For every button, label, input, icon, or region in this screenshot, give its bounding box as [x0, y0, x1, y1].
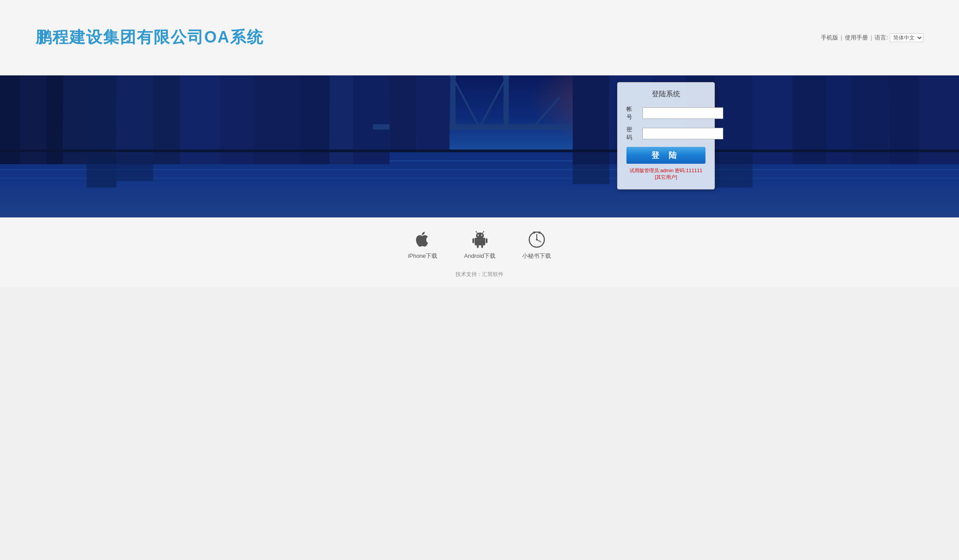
separator2: |	[871, 34, 872, 41]
svg-rect-7	[47, 75, 63, 164]
svg-rect-12	[117, 75, 154, 164]
svg-rect-79	[477, 245, 479, 248]
svg-point-28	[503, 75, 510, 80]
separator1: |	[841, 34, 842, 41]
svg-point-84	[536, 239, 538, 241]
svg-point-72	[476, 233, 484, 239]
svg-rect-40	[753, 75, 793, 164]
secretary-icon	[527, 230, 547, 249]
svg-rect-80	[481, 245, 483, 248]
mobile-link[interactable]: 手机版	[821, 34, 838, 42]
svg-rect-22	[373, 124, 586, 130]
language-select[interactable]: 简体中文 English	[890, 33, 923, 42]
hero-banner: 登陆系统 帐 号 密 码 登 陆 试用版管理员:admin 密码:111111 …	[0, 75, 959, 217]
svg-point-27	[450, 75, 456, 80]
login-title: 登陆系统	[626, 90, 705, 99]
demo-hint-text: 试用版管理员:admin 密码:111111	[630, 168, 702, 173]
login-panel: 登陆系统 帐 号 密 码 登 陆 试用版管理员:admin 密码:111111 …	[617, 82, 715, 189]
svg-point-85	[533, 232, 535, 234]
svg-line-25	[480, 78, 506, 128]
password-label: 密 码	[626, 126, 642, 142]
svg-line-76	[483, 231, 484, 233]
svg-rect-66	[0, 150, 959, 152]
svg-point-86	[538, 232, 540, 234]
svg-rect-31	[390, 75, 416, 151]
android-icon	[470, 230, 490, 249]
svg-rect-77	[472, 238, 474, 243]
svg-rect-68	[117, 154, 154, 181]
tech-support: 技术支持：汇简软件	[456, 271, 503, 278]
svg-rect-69	[573, 154, 610, 185]
top-bar: 鹏程建设集团有限公司OA系统 手机版 | 使用手册 | 语言: 简体中文 Eng…	[0, 0, 959, 75]
svg-rect-41	[793, 75, 826, 164]
svg-rect-4	[0, 75, 20, 164]
svg-rect-19	[330, 75, 353, 164]
svg-point-73	[477, 235, 479, 236]
demo-hint: 试用版管理员:admin 密码:111111 [其它用户]	[626, 167, 705, 181]
download-icons-row: iPhone下载	[408, 230, 551, 260]
svg-rect-45	[919, 75, 959, 164]
svg-rect-17	[253, 75, 300, 164]
svg-rect-9	[63, 75, 87, 164]
account-label: 帐 号	[626, 105, 642, 121]
svg-rect-67	[87, 154, 117, 188]
secretary-download[interactable]: 小秘书下载	[522, 230, 551, 260]
svg-rect-10	[87, 75, 117, 164]
svg-rect-21	[353, 75, 390, 164]
svg-line-26	[533, 98, 559, 128]
svg-rect-16	[220, 75, 253, 164]
manual-link[interactable]: 使用手册	[845, 34, 868, 42]
svg-rect-44	[889, 75, 919, 164]
svg-rect-18	[300, 75, 330, 164]
svg-rect-78	[486, 238, 487, 243]
site-title: 鹏程建设集团有限公司OA系统	[36, 27, 264, 48]
svg-rect-71	[476, 238, 484, 245]
iphone-icon	[413, 230, 432, 249]
svg-rect-43	[852, 75, 889, 164]
login-button[interactable]: 登 陆	[626, 147, 705, 164]
account-row: 帐 号	[626, 105, 705, 121]
iphone-label: iPhone下载	[408, 252, 437, 260]
android-label: Android下载	[464, 252, 495, 260]
account-input[interactable]	[642, 107, 723, 119]
svg-point-74	[481, 235, 482, 236]
lang-label: 语言:	[875, 34, 888, 42]
android-download[interactable]: Android下载	[464, 230, 495, 260]
svg-rect-0	[0, 151, 959, 217]
secretary-label: 小秘书下载	[522, 252, 551, 260]
svg-rect-29	[450, 75, 456, 128]
svg-rect-33	[573, 75, 610, 164]
svg-line-23	[400, 98, 426, 128]
footer-downloads: iPhone下载	[0, 217, 959, 287]
svg-rect-32	[416, 75, 450, 151]
password-row: 密 码	[626, 126, 705, 142]
svg-line-24	[453, 78, 480, 128]
password-input[interactable]	[642, 128, 723, 139]
svg-rect-30	[503, 75, 509, 128]
city-skyline	[0, 75, 959, 217]
bottom-space	[0, 287, 959, 376]
svg-rect-6	[20, 75, 47, 164]
svg-line-75	[476, 231, 477, 233]
other-users-link[interactable]: [其它用户]	[655, 174, 677, 180]
svg-rect-38	[716, 75, 753, 164]
svg-rect-13	[153, 75, 180, 164]
svg-rect-70	[716, 154, 753, 188]
top-links: 手机版 | 使用手册 | 语言: 简体中文 English	[821, 33, 923, 42]
iphone-download[interactable]: iPhone下载	[408, 230, 437, 260]
svg-rect-42	[826, 75, 852, 164]
svg-rect-15	[180, 75, 220, 164]
